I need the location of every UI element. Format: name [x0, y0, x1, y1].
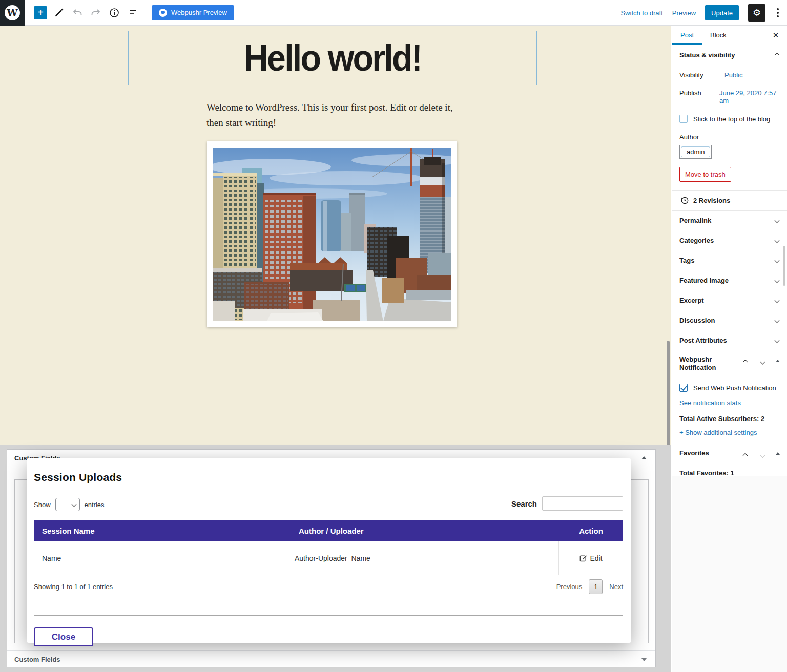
- post-title[interactable]: Hello world!: [244, 37, 421, 79]
- send-push-label: Send Web Push Notification: [693, 384, 776, 392]
- move-up-button[interactable]: [743, 451, 747, 459]
- total-subscribers-text: Total Active Subscribers: 2: [679, 415, 780, 423]
- sidebar-tabs: Post Block ✕: [672, 26, 787, 45]
- notification-stats-link[interactable]: See notification stats: [679, 399, 741, 407]
- chevron-down-icon: [775, 238, 780, 243]
- publish-label: Publish: [679, 89, 719, 104]
- search-control: Search: [511, 496, 623, 511]
- undo-icon: [72, 8, 83, 17]
- total-favorites-text: Total Favorites: 1: [679, 469, 734, 477]
- chevron-up-icon: [775, 52, 780, 57]
- cityscape-image: [212, 148, 452, 321]
- update-button[interactable]: Update: [705, 5, 739, 20]
- publish-value[interactable]: June 29, 2020 7:57 am: [719, 89, 780, 104]
- more-options-button[interactable]: [775, 5, 781, 20]
- sidebar-panel-categories[interactable]: Categories: [672, 230, 787, 250]
- edit-tool-button[interactable]: [52, 6, 66, 19]
- custom-fields-footer-header[interactable]: Custom Fields: [7, 650, 655, 667]
- post-title-block[interactable]: Hello world!: [128, 31, 537, 85]
- chevron-down-icon: [775, 318, 780, 323]
- chevron-down-icon: [775, 298, 780, 303]
- sidebar-panel-permalink[interactable]: Permalink: [672, 211, 787, 230]
- sidebar-empty-area: [672, 476, 787, 672]
- redo-button[interactable]: [89, 6, 102, 19]
- switch-to-draft-link[interactable]: Switch to draft: [620, 9, 662, 17]
- collapse-up-icon[interactable]: [641, 456, 647, 459]
- favorites-header[interactable]: Favorites: [672, 444, 787, 463]
- list-view-icon: [128, 8, 138, 17]
- showing-entries-text: Showing 1 to 1 of 1 entries: [34, 583, 113, 591]
- stick-to-top-label: Stick to the top of the blog: [693, 115, 770, 123]
- details-button[interactable]: [108, 6, 121, 19]
- chevron-down-icon: [775, 278, 780, 283]
- edit-label: Edit: [590, 554, 602, 562]
- sidebar-scrollbar-thumb[interactable]: [783, 246, 785, 286]
- status-visibility-title: Status & visibility: [679, 51, 735, 59]
- sidebar-panel-tags[interactable]: Tags: [672, 250, 787, 270]
- show-additional-settings-link[interactable]: + Show additional settings: [679, 429, 757, 436]
- bottom-section: Custom Fields Custom Fields Session Uplo…: [0, 445, 671, 672]
- webpushr-notification-header[interactable]: Webpushr Notification: [672, 350, 787, 377]
- pagination: Previous 1 Next: [556, 579, 623, 594]
- tab-post[interactable]: Post: [672, 26, 702, 45]
- close-button[interactable]: Close: [34, 627, 93, 646]
- chevron-down-icon: [775, 218, 780, 223]
- list-view-button[interactable]: [126, 6, 139, 19]
- sidebar-panel-featured-image[interactable]: Featured image: [672, 270, 787, 290]
- close-sidebar-button[interactable]: ✕: [771, 30, 781, 40]
- entries-select[interactable]: [55, 498, 80, 511]
- undo-button[interactable]: [71, 6, 84, 19]
- panel-label: Featured image: [679, 277, 729, 284]
- main-scrollbar-thumb[interactable]: [667, 341, 670, 445]
- webpushr-preview-button[interactable]: Webpushr Preview: [152, 5, 234, 20]
- edit-pencil-icon: [579, 554, 587, 562]
- revisions-row[interactable]: 2 Revisions: [672, 191, 787, 211]
- cell-author-uploader: Author-Uploader_Name: [277, 541, 559, 575]
- post-image-block[interactable]: [207, 141, 457, 327]
- move-up-button[interactable]: [743, 358, 747, 366]
- chevron-down-icon: [775, 258, 780, 263]
- publish-row: Publish June 29, 2020 7:57 am: [679, 89, 780, 104]
- sidebar-panel-discussion[interactable]: Discussion: [672, 310, 787, 330]
- wordpress-editor-screen: W + Webpushr Preview S: [0, 0, 787, 672]
- search-input[interactable]: [542, 496, 623, 511]
- previous-button[interactable]: Previous: [556, 583, 583, 591]
- sidebar-panel-post-attributes[interactable]: Post Attributes: [672, 330, 787, 350]
- toggle-panel-icon[interactable]: [776, 360, 780, 362]
- page-1-button[interactable]: 1: [589, 579, 603, 594]
- session-uploads-modal: Session Uploads Show entries Search Sess…: [27, 458, 631, 643]
- preview-link[interactable]: Preview: [672, 9, 696, 17]
- settings-button[interactable]: ⚙: [748, 4, 765, 22]
- column-header-action: Action: [559, 527, 623, 535]
- move-down-button[interactable]: [761, 358, 764, 366]
- visibility-value[interactable]: Public: [724, 71, 742, 79]
- settings-sidebar: Post Block ✕ Status & visibility Visibil…: [672, 26, 787, 476]
- visibility-label: Visibility: [679, 71, 724, 79]
- toolbar-left-group: + Webpushr Preview: [25, 5, 234, 20]
- send-push-checkbox[interactable]: [679, 384, 688, 392]
- chevron-down-icon: [775, 338, 780, 343]
- sidebar-panel-excerpt[interactable]: Excerpt: [672, 290, 787, 310]
- add-block-button[interactable]: +: [34, 6, 47, 19]
- status-visibility-header[interactable]: Status & visibility: [672, 45, 787, 65]
- author-select[interactable]: admin: [679, 145, 712, 159]
- move-to-trash-button[interactable]: Move to trash: [679, 167, 731, 182]
- entries-label: entries: [85, 501, 105, 509]
- move-down-button-disabled[interactable]: [761, 451, 764, 459]
- stick-to-top-row: Stick to the top of the blog: [679, 115, 780, 123]
- show-entries-control: Show entries: [34, 498, 105, 511]
- webpushr-preview-label: Webpushr Preview: [171, 9, 227, 16]
- tab-block[interactable]: Block: [702, 26, 735, 45]
- edit-button[interactable]: Edit: [559, 554, 623, 562]
- pencil-icon: [54, 8, 64, 18]
- post-paragraph[interactable]: Welcome to WordPress. This is your first…: [206, 100, 463, 131]
- panel-label: Categories: [679, 237, 714, 244]
- collapse-down-icon[interactable]: [641, 658, 647, 661]
- column-header-session-name: Session Name: [34, 527, 277, 535]
- next-button[interactable]: Next: [609, 583, 623, 591]
- toggle-panel-icon[interactable]: [776, 452, 780, 455]
- top-toolbar: W + Webpushr Preview S: [0, 0, 787, 26]
- visibility-row: Visibility Public: [679, 71, 780, 79]
- stick-to-top-checkbox[interactable]: [679, 115, 688, 123]
- wordpress-menu-button[interactable]: W: [0, 0, 25, 26]
